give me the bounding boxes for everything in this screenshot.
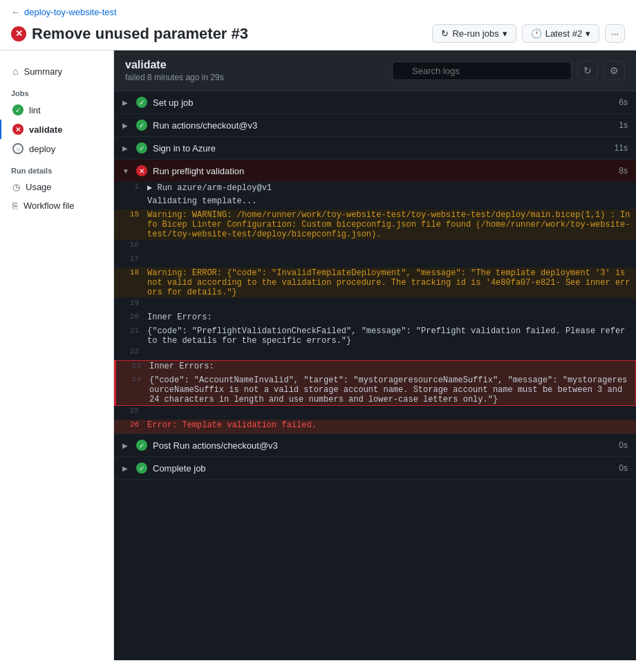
log-line-warning: 15 Warning: WARNING: /home/runner/work/t… (114, 209, 636, 240)
log-line: 25 (114, 406, 636, 420)
step-setup-header[interactable]: ▶ ✓ Set up job 6s (114, 91, 636, 113)
sidebar-item-usage[interactable]: ◷ Usage (0, 178, 113, 196)
log-scroll-area[interactable]: ▶ ✓ Set up job 6s ▶ ✓ Run actions/checko… (114, 91, 636, 660)
lint-success-icon: ✓ (12, 104, 24, 115)
usage-clock-icon: ◷ (12, 182, 20, 192)
job-header: validate failed 8 minutes ago in 29s 🔍 ↻… (114, 50, 636, 91)
action-buttons: ↻ Re-run jobs ▾ 🕐 Latest #2 ▾ ··· (432, 24, 625, 43)
log-lines-container: 1 ▶ Run azure/arm-deploy@v1 Validating t… (114, 182, 636, 433)
log-line-error: 26 Error: Template validation failed. (114, 420, 636, 433)
chevron-right-icon-2: ▶ (122, 122, 131, 129)
log-line: Validating template... (114, 196, 636, 209)
back-arrow[interactable]: ← (11, 7, 20, 17)
sidebar: ⌂ Summary Jobs ✓ lint ✕ validate ○ deplo… (0, 50, 114, 660)
step-post-checkout-header[interactable]: ▶ ✓ Post Run actions/checkout@v3 0s (114, 434, 636, 456)
step-signin-header[interactable]: ▶ ✓ Sign in to Azure 11s (114, 137, 636, 159)
job-title: validate (125, 59, 224, 71)
step-setup-title: Set up job (153, 97, 194, 108)
log-line: 21 {"code": "PreflightValidationCheckFai… (114, 326, 636, 346)
refresh-button[interactable]: ↻ (577, 61, 598, 80)
step-checkout-title: Run actions/checkout@v3 (153, 120, 257, 131)
step-signin: ▶ ✓ Sign in to Azure 11s (114, 137, 636, 160)
run-details-label: Run details (0, 158, 113, 178)
error-icon: ✕ (11, 26, 26, 41)
step-complete-header[interactable]: ▶ ✓ Complete job 0s (114, 457, 636, 479)
step-preflight-title: Run preflight validation (153, 166, 244, 176)
log-line: 22 (114, 346, 636, 360)
clock-icon: 🕐 (531, 28, 542, 39)
step-complete-title: Complete job (153, 463, 206, 474)
error-highlight-block: 23 Inner Errors: 24 {"code": "AccountNam… (114, 360, 636, 406)
jobs-section-label: Jobs (0, 81, 113, 100)
step-post-checkout-title: Post Run actions/checkout@v3 (153, 440, 278, 451)
chevron-right-icon-5: ▶ (122, 465, 131, 472)
file-icon: ⎘ (12, 200, 18, 211)
breadcrumb-link[interactable]: deploy-toy-website-test (24, 7, 117, 17)
search-wrapper: 🔍 (392, 62, 572, 80)
step-checkout: ▶ ✓ Run actions/checkout@v3 1s (114, 114, 636, 137)
step-setup-success-icon: ✓ (136, 97, 147, 108)
step-complete: ▶ ✓ Complete job 0s (114, 457, 636, 480)
log-line-warning-2: 18 Warning: ERROR: {"code": "InvalidTemp… (114, 268, 636, 298)
step-preflight-error-icon: ✕ (136, 165, 147, 176)
step-signin-duration: 11s (615, 143, 628, 153)
step-complete-success-icon: ✓ (136, 463, 147, 474)
sidebar-item-lint[interactable]: ✓ lint (0, 100, 113, 120)
sidebar-item-validate[interactable]: ✕ validate (0, 120, 113, 139)
chevron-down-icon: ▼ (122, 167, 131, 175)
step-checkout-success-icon: ✓ (136, 120, 147, 131)
sidebar-item-deploy[interactable]: ○ deploy (0, 139, 113, 158)
breadcrumb: ← deploy-toy-website-test (11, 7, 625, 17)
step-post-checkout-duration: 0s (619, 440, 628, 450)
home-icon: ⌂ (12, 66, 18, 77)
log-line: 1 ▶ Run azure/arm-deploy@v1 (114, 182, 636, 196)
rerun-jobs-button[interactable]: ↻ Re-run jobs ▾ (432, 24, 516, 43)
step-post-checkout-success-icon: ✓ (136, 440, 147, 451)
step-signin-title: Sign in to Azure (153, 143, 216, 153)
step-setup-duration: 6s (619, 97, 628, 107)
settings-button[interactable]: ⚙ (604, 61, 625, 80)
step-complete-duration: 0s (619, 463, 628, 473)
step-signin-success-icon: ✓ (136, 142, 147, 153)
step-post-checkout: ▶ ✓ Post Run actions/checkout@v3 0s (114, 434, 636, 457)
page-title: ✕ Remove unused parameter #3 (11, 25, 248, 43)
step-preflight: ▼ ✕ Run preflight validation 8s 1 ▶ Run … (114, 160, 636, 434)
main-content: validate failed 8 minutes ago in 29s 🔍 ↻… (114, 50, 636, 660)
step-setup: ▶ ✓ Set up job 6s (114, 91, 636, 114)
job-subtitle: failed 8 minutes ago in 29s (125, 73, 224, 82)
dropdown-arrow: ▾ (503, 28, 507, 39)
chevron-right-icon: ▶ (122, 99, 131, 106)
chevron-right-icon-3: ▶ (122, 144, 131, 152)
log-line: 19 (114, 298, 636, 312)
rerun-icon: ↻ (441, 28, 449, 39)
sidebar-item-workflow-file[interactable]: ⎘ Workflow file (0, 196, 113, 215)
dropdown-arrow-2: ▾ (586, 28, 590, 39)
log-line: 20 Inner Errors: (114, 312, 636, 326)
log-line: 17 (114, 254, 636, 268)
step-checkout-header[interactable]: ▶ ✓ Run actions/checkout@v3 1s (114, 114, 636, 136)
step-checkout-duration: 1s (619, 120, 628, 130)
log-line-highlight-2: 24 {"code": "AccountNameInvalid", "targe… (115, 375, 635, 405)
log-line-highlight: 23 Inner Errors: (115, 361, 635, 375)
sidebar-item-summary[interactable]: ⌂ Summary (0, 62, 113, 81)
log-line: 16 (114, 240, 636, 254)
more-options-button[interactable]: ··· (605, 24, 625, 43)
latest-button[interactable]: 🕐 Latest #2 ▾ (522, 24, 600, 43)
validate-error-icon: ✕ (12, 124, 24, 135)
step-preflight-duration: 8s (619, 166, 628, 176)
search-input[interactable] (392, 62, 572, 80)
chevron-right-icon-4: ▶ (122, 442, 131, 449)
deploy-neutral-icon: ○ (12, 143, 24, 154)
job-header-actions: 🔍 ↻ ⚙ (392, 61, 625, 80)
step-preflight-header[interactable]: ▼ ✕ Run preflight validation 8s (114, 160, 636, 182)
